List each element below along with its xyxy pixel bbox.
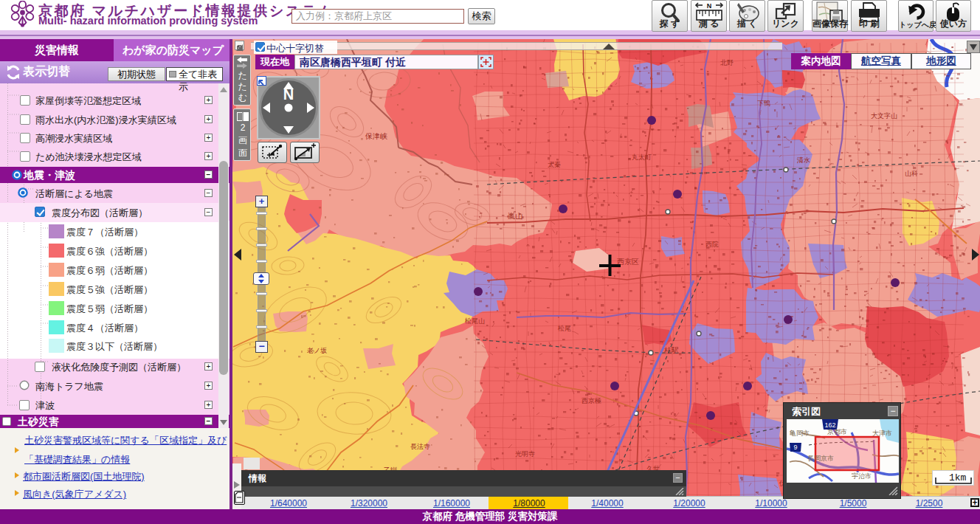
svg-text:大文字山: 大文字山 [871, 112, 897, 120]
svg-text:光明寺: 光明寺 [515, 450, 535, 458]
svg-text:丸太町: 丸太町 [632, 154, 652, 161]
svg-text:9: 9 [793, 444, 797, 451]
svg-text:長岡京市: 長岡京市 [807, 455, 834, 462]
svg-text:嵐山: 嵐山 [508, 212, 522, 220]
svg-text:西院: 西院 [705, 241, 719, 248]
svg-text:N: N [706, 2, 711, 10]
svg-text:保津峡: 保津峡 [365, 132, 387, 140]
svg-text:太秦: 太秦 [548, 161, 561, 168]
svg-text:北野: 北野 [720, 59, 734, 66]
svg-text:下鴨: 下鴨 [757, 100, 770, 107]
svg-text:亀岡市: 亀岡市 [789, 430, 810, 437]
svg-text:松尾山: 松尾山 [464, 317, 485, 325]
svg-text:山科: 山科 [905, 170, 918, 177]
svg-text:長法寺: 長法寺 [410, 443, 430, 450]
svg-text:N: N [283, 86, 294, 103]
svg-text:西京極: 西京極 [582, 397, 601, 404]
svg-text:京都市: 京都市 [827, 428, 847, 435]
svg-text:宇治市: 宇治市 [852, 472, 872, 480]
svg-text:桂駅: 桂駅 [663, 346, 679, 354]
svg-text:老ノ坂: 老ノ坂 [307, 347, 327, 354]
svg-text:大津市: 大津市 [872, 430, 892, 437]
svg-text:松尾: 松尾 [557, 325, 571, 332]
svg-text:清水: 清水 [796, 156, 810, 164]
